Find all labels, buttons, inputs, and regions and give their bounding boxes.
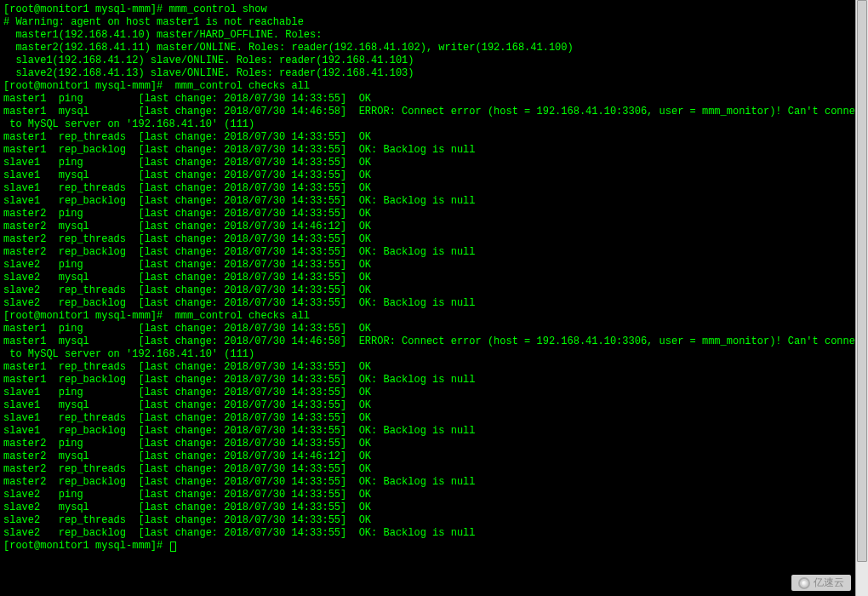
- check-row: slave2 rep_threads [last change: 2018/07…: [3, 284, 852, 297]
- check-row: slave2 mysql [last change: 2018/07/30 14…: [3, 501, 852, 514]
- check-row: master1 rep_threads [last change: 2018/0…: [3, 131, 852, 144]
- show-line: slave1(192.168.41.12) slave/ONLINE. Role…: [3, 54, 852, 67]
- check-row: slave1 mysql [last change: 2018/07/30 14…: [3, 169, 852, 182]
- cmd-line: [root@monitor1 mysql-mmm]# mmm_control c…: [3, 310, 852, 323]
- terminal-output[interactable]: [root@monitor1 mysql-mmm]# mmm_control s…: [0, 0, 855, 596]
- cmd-line: [root@monitor1 mysql-mmm]# mmm_control s…: [3, 3, 852, 16]
- check-row: slave1 rep_backlog [last change: 2018/07…: [3, 195, 852, 208]
- scrollbar-thumb[interactable]: [857, 0, 867, 562]
- check-row: slave1 ping [last change: 2018/07/30 14:…: [3, 387, 852, 399]
- check-row: slave1 rep_threads [last change: 2018/07…: [3, 182, 852, 195]
- check-row: master2 mysql [last change: 2018/07/30 1…: [3, 450, 852, 463]
- check-row: slave2 rep_threads [last change: 2018/07…: [3, 514, 852, 527]
- check-row: master2 ping [last change: 2018/07/30 14…: [3, 208, 852, 221]
- check-row: master2 ping [last change: 2018/07/30 14…: [3, 438, 852, 450]
- cmd-line: [root@monitor1 mysql-mmm]# mmm_control c…: [3, 80, 852, 93]
- check-row: master2 mysql [last change: 2018/07/30 1…: [3, 221, 852, 233]
- prompt-line[interactable]: [root@monitor1 mysql-mmm]#: [3, 540, 852, 553]
- check-row: master2 rep_backlog [last change: 2018/0…: [3, 476, 852, 489]
- watermark-text: 亿速云: [814, 576, 844, 589]
- check-row: slave2 ping [last change: 2018/07/30 14:…: [3, 259, 852, 272]
- check-row: slave1 mysql [last change: 2018/07/30 14…: [3, 399, 852, 412]
- check-row: master1 ping [last change: 2018/07/30 14…: [3, 323, 852, 335]
- check-row: master2 rep_backlog [last change: 2018/0…: [3, 246, 852, 259]
- check-row: slave2 ping [last change: 2018/07/30 14:…: [3, 489, 852, 501]
- check-row: master2 rep_threads [last change: 2018/0…: [3, 463, 852, 476]
- check-row: slave2 rep_backlog [last change: 2018/07…: [3, 527, 852, 540]
- show-line: master2(192.168.41.11) master/ONLINE. Ro…: [3, 42, 852, 54]
- check-row: slave2 rep_backlog [last change: 2018/07…: [3, 297, 852, 310]
- check-row: master1 mysql [last change: 2018/07/30 1…: [3, 335, 852, 348]
- check-row: master1 ping [last change: 2018/07/30 14…: [3, 93, 852, 106]
- check-row: master1 mysql [last change: 2018/07/30 1…: [3, 106, 852, 118]
- check-row: slave1 rep_threads [last change: 2018/07…: [3, 412, 852, 425]
- check-row: master1 rep_backlog [last change: 2018/0…: [3, 374, 852, 387]
- check-row: master2 rep_threads [last change: 2018/0…: [3, 233, 852, 246]
- check-row: slave1 rep_backlog [last change: 2018/07…: [3, 425, 852, 438]
- scrollbar-track[interactable]: [855, 0, 868, 596]
- check-row: master1 rep_threads [last change: 2018/0…: [3, 361, 852, 374]
- check-row: slave2 mysql [last change: 2018/07/30 14…: [3, 272, 852, 284]
- watermark-badge: 亿速云: [791, 575, 851, 591]
- show-line: master1(192.168.41.10) master/HARD_OFFLI…: [3, 29, 852, 42]
- check-row: slave1 ping [last change: 2018/07/30 14:…: [3, 157, 852, 169]
- check-row-cont: to MySQL server on '192.168.41.10' (111): [3, 348, 852, 361]
- warning-line: # Warning: agent on host master1 is not …: [3, 16, 852, 29]
- show-line: slave2(192.168.41.13) slave/ONLINE. Role…: [3, 67, 852, 80]
- globe-icon: [798, 577, 810, 589]
- check-row: master1 rep_backlog [last change: 2018/0…: [3, 144, 852, 157]
- cursor-icon: [170, 542, 176, 552]
- check-row-cont: to MySQL server on '192.168.41.10' (111): [3, 118, 852, 131]
